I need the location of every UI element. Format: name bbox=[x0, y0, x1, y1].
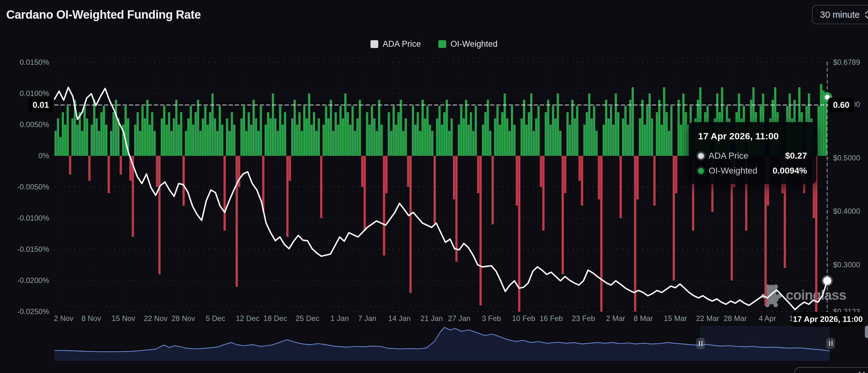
panel-dot-icon bbox=[859, 372, 861, 373]
oi-weighted-swatch-icon bbox=[438, 40, 446, 48]
tooltip-value: $0.27 bbox=[785, 151, 807, 161]
x-tick-label: 10 Feb bbox=[512, 314, 535, 323]
tooltip-row-ada: ADA Price $0.27 bbox=[698, 151, 807, 161]
x-tick-label: 3 Feb bbox=[482, 314, 501, 323]
chart-tooltip: 17 Apr 2026, 11:00 ADA Price $0.27 OI-We… bbox=[689, 122, 816, 184]
price-point-marker bbox=[823, 277, 831, 285]
y-left-tick-label: 0.0150% bbox=[0, 58, 49, 67]
y-left-tick-label: 0% bbox=[0, 151, 49, 160]
x-tick-label: 25 Dec bbox=[296, 314, 319, 323]
x-tick-label: 21 Jan bbox=[420, 314, 443, 323]
x-tick-label: 5 Dec bbox=[206, 314, 225, 323]
tooltip-value: 0.0094% bbox=[772, 166, 807, 176]
y-left-tick-label: -0.0050% bbox=[0, 182, 49, 191]
y-left-tick-label: 0.0050% bbox=[0, 120, 49, 129]
legend: ADA Price OI-Weighted bbox=[0, 39, 868, 49]
interval-select[interactable]: 30 minute bbox=[812, 5, 868, 24]
y-left-tick-label: -0.0200% bbox=[0, 276, 49, 285]
x-tick-label: 15 Mar bbox=[664, 314, 687, 323]
bottom-right-panel[interactable] bbox=[794, 367, 868, 373]
x-tick-label: 8 Mar bbox=[633, 314, 653, 323]
ada-price-swatch-icon bbox=[371, 40, 378, 48]
x-tick-label: 18 Dec bbox=[264, 314, 287, 323]
y-right-tick-label: $0.5000 bbox=[833, 154, 860, 162]
scrollbar-thumb[interactable] bbox=[865, 326, 868, 338]
x-tick-label: 22 Nov bbox=[144, 314, 167, 323]
navigator-handle-left[interactable] bbox=[696, 338, 705, 349]
panel-dot-icon bbox=[863, 372, 865, 373]
tooltip-label: ADA Price bbox=[709, 151, 748, 161]
x-tick-label: 7 Jan bbox=[358, 314, 376, 323]
navigator-handle-right[interactable] bbox=[826, 338, 835, 349]
legend-label: ADA Price bbox=[383, 39, 421, 49]
x-tick-label: 23 Feb bbox=[572, 314, 595, 323]
crosshair-left-value: 0.01 bbox=[29, 98, 53, 112]
y-left-tick-label: -0.0250% bbox=[0, 307, 49, 316]
ada-dot-icon bbox=[698, 153, 704, 159]
legend-label: OI-Weighted bbox=[451, 39, 497, 49]
x-tick-label: 4 Apr bbox=[759, 314, 776, 323]
y-right-tick-label: $0.3000 bbox=[833, 260, 860, 269]
x-tick-label: 2 Mar bbox=[606, 314, 625, 323]
y-left-tick-label: -0.0150% bbox=[0, 245, 49, 254]
funding-rate-chart-page: Cardano OI-Weighted Funding Rate 30 minu… bbox=[0, 0, 868, 373]
x-tick-label: 15 Nov bbox=[112, 314, 135, 323]
x-tick-label: 8 Nov bbox=[82, 314, 101, 323]
x-tick-label: 22 Mar bbox=[696, 314, 719, 323]
x-tick-label: 1 Jan bbox=[331, 314, 349, 323]
y-right-tick-label: $0.6789 bbox=[833, 58, 860, 67]
crosshair-right-value: 0.60 bbox=[828, 98, 854, 112]
tooltip-date: 17 Apr 2026, 11:00 bbox=[698, 131, 807, 141]
legend-item-ada-price[interactable]: ADA Price bbox=[371, 39, 421, 49]
x-tick-label: 2 Nov bbox=[54, 314, 73, 323]
chevron-up-down-icon bbox=[865, 10, 868, 19]
page-title: Cardano OI-Weighted Funding Rate bbox=[6, 8, 201, 22]
tooltip-label: OI-Weighted bbox=[709, 166, 757, 176]
y-right-tick-label: $0.4000 bbox=[833, 207, 860, 216]
crosshair-date-label: 17 Apr 2026, 11:00 bbox=[792, 312, 863, 326]
x-tick-label: 14 Jan bbox=[388, 314, 411, 323]
x-tick-label: 28 Mar bbox=[723, 314, 747, 323]
legend-item-oi-weighted[interactable]: OI-Weighted bbox=[438, 39, 497, 49]
y-left-tick-label: 0.0100% bbox=[0, 89, 49, 98]
tooltip-row-oi: OI-Weighted 0.0094% bbox=[698, 166, 807, 176]
oi-dot-icon bbox=[698, 168, 704, 174]
x-tick-label: 16 Feb bbox=[539, 314, 563, 323]
x-tick-label: 27 Jan bbox=[448, 314, 470, 323]
interval-select-value: 30 minute bbox=[820, 10, 860, 20]
y-left-tick-label: -0.0100% bbox=[0, 214, 49, 223]
x-tick-label: 28 Nov bbox=[172, 314, 195, 323]
x-tick-label: 12 Dec bbox=[236, 314, 259, 323]
